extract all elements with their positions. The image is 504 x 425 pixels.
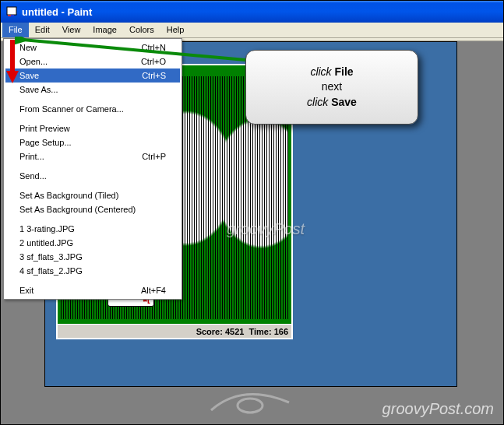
menuitem-open[interactable]: Open...Ctrl+O (5, 54, 180, 68)
menuitem-bg-centered[interactable]: Set As Background (Centered) (5, 202, 180, 216)
instruction-callout: click File next click Save (245, 50, 418, 125)
menu-separator (7, 166, 178, 167)
menuitem-save-as[interactable]: Save As... (5, 83, 180, 97)
menu-colors[interactable]: Colors (123, 23, 160, 37)
menuitem-recent-3[interactable]: 3 sf_flats_3.JPG (5, 250, 180, 264)
svg-point-5 (238, 399, 263, 413)
menuitem-send[interactable]: Send... (5, 169, 180, 183)
menu-help[interactable]: Help (160, 23, 191, 37)
window-titlebar: untitled - Paint (1, 1, 503, 23)
menu-separator (7, 219, 178, 220)
menu-separator (7, 280, 178, 281)
menuitem-bg-tiled[interactable]: Set As Background (Tiled) (5, 188, 180, 202)
solitaire-statusbar: Score: 4521Time: 166 (58, 324, 291, 338)
menuitem-recent-4[interactable]: 4 sf_flats_2.JPG (5, 264, 180, 278)
menu-separator (7, 118, 178, 119)
menu-separator (7, 99, 178, 100)
svg-rect-2 (11, 15, 14, 16)
menu-file[interactable]: File (2, 23, 29, 37)
menuitem-page-setup[interactable]: Page Setup... (5, 135, 180, 149)
file-dropdown: NewCtrl+N Open...Ctrl+O SaveCtrl+S Save … (3, 38, 182, 300)
footer-brand: groovyPost.com (382, 400, 494, 418)
window-title: untitled - Paint (22, 6, 92, 18)
menuitem-print[interactable]: Print...Ctrl+P (5, 149, 180, 163)
decorative-swirl-icon (203, 387, 297, 418)
menubar: File Edit View Image Colors Help (1, 23, 503, 38)
menu-edit[interactable]: Edit (29, 23, 56, 37)
menu-view[interactable]: View (56, 23, 87, 37)
menuitem-print-preview[interactable]: Print Preview (5, 121, 180, 135)
menuitem-scanner[interactable]: From Scanner or Camera... (5, 102, 180, 116)
menuitem-new[interactable]: NewCtrl+N (5, 40, 180, 54)
svg-rect-0 (7, 7, 16, 15)
menuitem-recent-2[interactable]: 2 untitled.JPG (5, 236, 180, 250)
paint-icon (5, 5, 18, 18)
menu-image[interactable]: Image (86, 23, 123, 37)
svg-rect-1 (8, 15, 11, 16)
menu-separator (7, 185, 178, 186)
menuitem-save[interactable]: SaveCtrl+S (5, 68, 180, 83)
menuitem-exit[interactable]: ExitAlt+F4 (5, 283, 180, 297)
menuitem-recent-1[interactable]: 1 3-rating.JPG (5, 222, 180, 236)
